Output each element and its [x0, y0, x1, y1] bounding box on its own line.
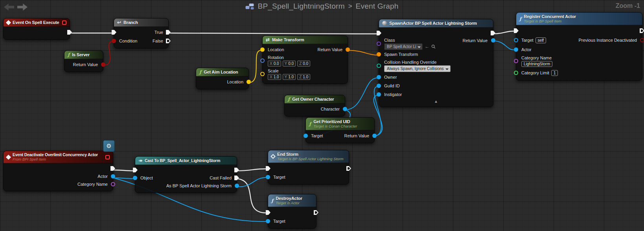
graph-canvas[interactable]: BP_Spell_LightningStorm > Event Graph Zo… — [0, 0, 644, 231]
node-is-server[interactable]: ƒ Is Server Return Value — [64, 50, 103, 72]
location-pin-label: Location — [227, 79, 243, 84]
breadcrumb-separator-icon: > — [348, 2, 352, 10]
actor-pin[interactable] — [111, 174, 115, 179]
category-name-pin[interactable] — [514, 59, 518, 63]
rotation-y-field[interactable]: Y0.0 — [283, 61, 296, 67]
collapse-arrow-icon[interactable]: ▲ — [379, 99, 493, 104]
use-selected-asset-icon[interactable]: ← — [425, 44, 429, 49]
node-title: Get Aim Location — [204, 70, 238, 74]
exec-in-pin[interactable] — [377, 31, 381, 35]
node-get-aim-location[interactable]: ƒ Get Aim Location Location — [196, 68, 249, 89]
category-name-pin[interactable] — [111, 182, 115, 187]
spawn-transform-label: Spawn Transform — [384, 52, 418, 57]
breadcrumb-asset[interactable]: BP_Spell_LightningStorm — [258, 2, 345, 11]
guild-id-pin[interactable] — [377, 84, 381, 88]
owner-pin[interactable] — [377, 75, 381, 79]
category-limit-field[interactable]: 1 — [551, 70, 558, 76]
scale-x-field[interactable]: X1.0 — [268, 74, 281, 80]
node-make-transform[interactable]: ⇄ Make Transform Location Return Value R… — [262, 35, 348, 84]
character-pin[interactable] — [343, 107, 347, 111]
target-pin[interactable] — [266, 175, 270, 179]
event-icon — [6, 20, 11, 25]
return-value-pin[interactable] — [372, 134, 377, 138]
false-pin-label: False — [153, 39, 163, 43]
object-pin-label: Object — [140, 176, 153, 180]
rotation-pin[interactable] — [260, 59, 265, 63]
node-subtitle: Target is Conan Character — [313, 124, 357, 128]
node-spawn-actor[interactable]: SpawnActor BP Spell Actor Lightning Stor… — [379, 19, 493, 107]
node-end-storm[interactable]: End Storm Target is BP Spell Actor Light… — [268, 150, 349, 185]
node-destroy-actor[interactable]: ƒ DestroyActor Target is Actor Target — [268, 194, 316, 229]
function-icon: ƒ — [519, 17, 521, 21]
location-pin[interactable] — [247, 80, 251, 84]
exec-in-pin[interactable] — [266, 210, 270, 215]
collision-handling-dropdown[interactable]: Always Spawn, Ignore Collisions — [384, 65, 451, 72]
scale-y-field[interactable]: Y1.0 — [283, 74, 296, 80]
exec-in-pin[interactable] — [514, 28, 519, 33]
node-subtitle: Target is Actor — [276, 201, 302, 205]
return-value-label: Return Value — [463, 38, 488, 43]
location-pin[interactable] — [260, 48, 265, 52]
return-value-label: Return Value — [344, 133, 369, 138]
return-value-pin[interactable] — [346, 48, 350, 52]
scale-pin-label: Scale — [268, 68, 279, 73]
spawn-transform-pin[interactable] — [377, 52, 381, 57]
node-get-prioritized-uid[interactable]: ƒ Get Prioritized UID Target is Conan Ch… — [305, 117, 375, 143]
category-name-label: Category Name — [521, 55, 552, 60]
condition-pin[interactable] — [112, 39, 116, 43]
collision-handling-pin[interactable] — [377, 64, 381, 68]
cast-icon: ↠ — [138, 158, 142, 163]
node-event-deactivate-overlimit[interactable]: Event Deactivate Overlimit Concurrency A… — [3, 151, 113, 191]
category-limit-label: Category Limit — [521, 70, 549, 75]
wire-vector-aim-to-location — [249, 50, 261, 83]
category-limit-pin[interactable] — [514, 71, 518, 75]
make-transform-icon: ⇄ — [266, 37, 270, 42]
exec-in-pin[interactable] — [266, 166, 270, 171]
previous-instance-deactivated-label: Previous Instance Deactivated — [578, 38, 637, 43]
target-pin[interactable] — [266, 219, 270, 224]
return-value-pin[interactable] — [101, 63, 105, 67]
function-icon: ƒ — [288, 97, 290, 102]
class-dropdown[interactable]: BP Spell Actor Li — [384, 43, 423, 50]
delegate-pin[interactable] — [105, 155, 110, 159]
return-value-label: Return Value — [318, 47, 342, 52]
previous-instance-deactivated-pin[interactable] — [640, 38, 644, 43]
node-branch[interactable]: ↩ Branch True Condition False — [114, 18, 169, 48]
exec-in-pin[interactable] — [133, 168, 138, 172]
node-event-on-spell-execute[interactable]: Event On Spell Execute — [3, 18, 70, 40]
target-self-field[interactable]: self — [535, 37, 546, 43]
return-value-pin[interactable] — [491, 38, 495, 43]
exec-in-pin[interactable] — [112, 30, 116, 35]
character-pin-label: Character — [321, 107, 340, 111]
class-pin[interactable] — [377, 42, 381, 46]
zoom-level-label: Zoom -1 — [616, 2, 640, 9]
object-pin[interactable] — [133, 176, 137, 180]
target-pin[interactable] — [304, 134, 308, 138]
rotation-z-field[interactable]: Z0.0 — [297, 61, 310, 67]
delegate-pin[interactable] — [62, 20, 66, 25]
wire-obj-character-to-owner — [345, 78, 377, 110]
node-title: DestroyActor — [276, 196, 302, 201]
scale-pin[interactable] — [260, 72, 265, 76]
category-name-field[interactable]: LightningStorm — [521, 61, 552, 67]
rotation-x-field[interactable]: X0.0 — [268, 61, 281, 67]
instigator-pin[interactable] — [377, 92, 381, 97]
node-subtitle: Target is BP Spell Actor Lightning Storm — [277, 157, 343, 161]
node-get-owner-character[interactable]: ƒ Get Owner Character Character — [284, 95, 345, 116]
node-cast-to-lightning-storm[interactable]: ↠ Cast To BP_Spell_Actor_LightningStorm … — [135, 156, 237, 193]
breadcrumb-graph[interactable]: Event Graph — [356, 2, 399, 11]
as-lightning-storm-pin[interactable] — [235, 184, 239, 188]
node-title: Register Concurrent Actor — [524, 14, 576, 19]
wire-exec-cast-to-endstorm — [237, 169, 266, 171]
node-register-concurrent-actor[interactable]: ƒ Register Concurrent Actor Target is BP… — [516, 12, 642, 81]
node-title: Cast To BP_Spell_Actor_LightningStorm — [145, 159, 220, 163]
function-icon: ƒ — [271, 198, 273, 203]
target-pin[interactable] — [514, 38, 518, 43]
scale-z-field[interactable]: Z1.0 — [297, 74, 310, 80]
actor-pin[interactable] — [514, 48, 518, 52]
class-pin-label: Class — [384, 38, 395, 43]
as-pin-label: As BP Spell Actor Lightning Storm — [166, 183, 232, 188]
browse-asset-icon[interactable] — [431, 44, 436, 49]
target-pin-label: Target — [311, 133, 323, 138]
node-title: Make Transform — [272, 37, 304, 42]
